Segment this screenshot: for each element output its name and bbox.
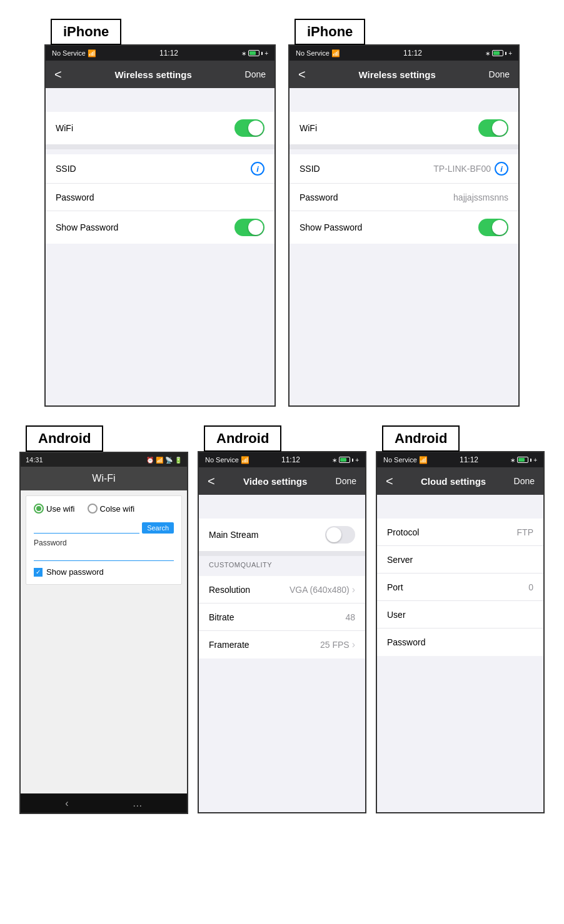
bottom-spacer: [377, 656, 543, 781]
android-cloud-label: Android: [382, 425, 460, 452]
bolt-icon: +: [533, 457, 537, 464]
show-password-toggle[interactable]: [234, 219, 264, 236]
wifi-row: WiFi: [290, 112, 518, 144]
main-stream-toggle[interactable]: [325, 526, 355, 544]
framerate-row: Framerate 25 FPS ›: [199, 631, 365, 658]
battery-tip: [352, 459, 353, 462]
battery-icon: [339, 457, 350, 463]
android-cloud-screen: No Service 📶 11:12 ∗ + < Cloud settings …: [376, 451, 545, 813]
separator-1: [46, 144, 274, 149]
status-right: ∗ +: [485, 50, 512, 57]
nav-title: Video settings: [243, 476, 307, 487]
back-nav-icon[interactable]: ‹: [65, 798, 68, 809]
cloud-password-row: Password: [377, 628, 543, 656]
resolution-row: Resolution VGA (640x480) ›: [199, 576, 365, 604]
password-label: Password: [56, 192, 94, 202]
android-cloud-nav-bar: < Cloud settings Done: [377, 467, 543, 495]
android-wifi-spacer: [21, 590, 187, 765]
show-password-label: Show Password: [56, 222, 118, 232]
show-password-label: Show Password: [300, 222, 362, 232]
show-password-checkbox-label: Show password: [46, 567, 104, 577]
show-password-checkbox-row[interactable]: Show password: [34, 567, 174, 577]
framerate-value: 25 FPS: [320, 640, 350, 650]
wifi-row: WiFi: [46, 112, 274, 144]
nav-title: Cloud settings: [421, 476, 486, 487]
server-row: Server: [377, 546, 543, 574]
bottom-spacer: [199, 658, 365, 783]
use-wifi-radio[interactable]: [34, 504, 44, 514]
use-wifi-option[interactable]: Use wifi: [34, 504, 75, 514]
menu-nav-icon[interactable]: …: [133, 798, 143, 809]
android-wifi-status-bar: 14:31 ⏰ 📶 📡 🔋: [21, 453, 187, 467]
cloud-settings-group: Protocol FTP Server Port 0 User Password: [377, 519, 543, 656]
resolution-label: Resolution: [209, 585, 250, 595]
ssid-label: SSID: [300, 164, 320, 174]
cloud-password-label: Password: [387, 637, 425, 647]
resolution-value: VGA (640x480): [290, 585, 350, 595]
battery-tip: [530, 459, 531, 462]
wifi-icon: 📶: [419, 456, 428, 464]
bluetooth-icon: ∗: [332, 457, 337, 464]
battery-tip: [261, 52, 263, 55]
android-video-status-bar: No Service 📶 11:12 ∗ +: [199, 452, 365, 467]
bitrate-label: Bitrate: [209, 612, 234, 622]
top-spacer: [199, 495, 365, 514]
ssid-search-input[interactable]: [34, 521, 139, 534]
done-button[interactable]: Done: [514, 476, 535, 486]
status-time: 11:12: [460, 455, 478, 464]
close-wifi-text: Colse wifi: [100, 504, 135, 514]
wifi-toggle[interactable]: [234, 119, 264, 137]
no-service-text: No Service: [296, 49, 330, 57]
done-button[interactable]: Done: [489, 69, 510, 79]
wifi-toggle[interactable]: [478, 119, 508, 137]
password-row: Password: [46, 184, 274, 211]
iphone-right-nav-bar: < Wireless settings Done: [290, 61, 518, 88]
show-password-toggle[interactable]: [478, 219, 508, 236]
back-button[interactable]: <: [54, 67, 62, 82]
android-video-nav-bar: < Video settings Done: [199, 467, 365, 495]
settings-group-wifi: WiFi: [290, 112, 518, 144]
wifi-icon: 📶: [241, 456, 249, 464]
port-row: Port 0: [377, 574, 543, 601]
show-password-checkbox[interactable]: [34, 568, 43, 577]
ssid-info-icon[interactable]: i: [495, 162, 508, 176]
framerate-label: Framerate: [209, 640, 249, 650]
iphone-right-screen: No Service 📶 11:12 ∗ + < Wireless settin…: [288, 44, 520, 407]
framerate-arrow: ›: [352, 639, 355, 650]
separator-1: [199, 551, 365, 556]
wifi-label: WiFi: [300, 123, 317, 133]
done-button[interactable]: Done: [336, 476, 356, 486]
search-button[interactable]: Search: [142, 522, 174, 534]
iphone-right-label: iPhone: [295, 19, 365, 45]
bolt-icon: +: [508, 50, 512, 57]
ssid-info-icon[interactable]: i: [251, 162, 264, 176]
protocol-row: Protocol FTP: [377, 519, 543, 546]
show-password-row: Show Password: [290, 211, 518, 244]
password-label: Password: [300, 192, 338, 202]
status-time: 11:12: [281, 455, 300, 464]
bluetooth-icon: ∗: [510, 457, 515, 464]
close-wifi-option[interactable]: Colse wifi: [88, 504, 135, 514]
battery-icon: 🔋: [174, 457, 182, 464]
android-video-label: Android: [204, 425, 281, 452]
bottom-spacer: [46, 244, 274, 369]
no-service-text: No Service: [383, 456, 417, 464]
bitrate-row: Bitrate 48: [199, 604, 365, 631]
android-video-screen: No Service 📶 11:12 ∗ + < Video settings …: [198, 451, 366, 813]
port-label: Port: [387, 582, 403, 592]
close-wifi-radio[interactable]: [88, 504, 98, 514]
iphone-left-nav-bar: < Wireless settings Done: [46, 61, 274, 88]
user-label: User: [387, 610, 406, 620]
nav-title: Wireless settings: [114, 69, 191, 80]
main-stream-label: Main Stream: [209, 530, 258, 540]
password-field-input[interactable]: [34, 549, 174, 561]
status-right: ∗ +: [241, 50, 268, 57]
main-stream-group: Main Stream: [199, 519, 365, 551]
back-button[interactable]: <: [386, 474, 393, 489]
back-button[interactable]: <: [298, 67, 306, 82]
done-button[interactable]: Done: [245, 69, 266, 79]
status-left: No Service 📶: [52, 49, 96, 57]
wifi-icon: 📶: [88, 49, 96, 57]
android-wifi-screen: 14:31 ⏰ 📶 📡 🔋 Wi-Fi Use wifi: [19, 452, 188, 814]
back-button[interactable]: <: [208, 474, 215, 489]
